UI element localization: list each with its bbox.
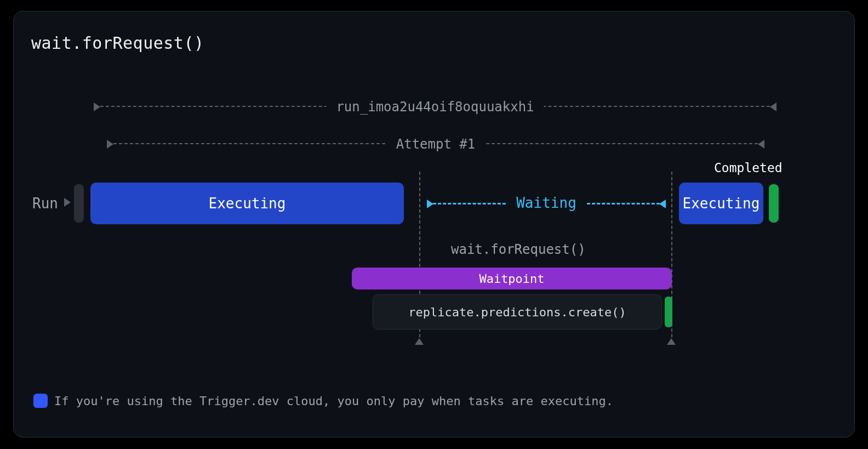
- arrow-left-icon: [770, 103, 776, 111]
- phase-label: Waiting: [506, 195, 586, 211]
- phase-label: Executing: [683, 195, 760, 212]
- arrow-right-icon: [427, 200, 433, 208]
- rpc-done-marker: [665, 297, 672, 327]
- run-end-marker: [769, 184, 779, 223]
- waitpoint-bar: Waitpoint: [352, 268, 672, 289]
- arrow-right-icon: [94, 103, 100, 111]
- phase-executing-1: Executing: [90, 183, 404, 224]
- rpc-box: replicate.predictions.create(): [373, 294, 662, 329]
- run-id-label: run_imoa2u44oif8oquuakxhi: [326, 99, 544, 115]
- info-swatch: [33, 394, 48, 408]
- arrow-up-icon: [415, 338, 424, 345]
- phase-executing-2: Executing: [679, 183, 763, 224]
- footer-note: If you're using the Trigger.dev cloud, y…: [54, 394, 613, 408]
- arrow-left-icon: [758, 140, 764, 149]
- wait-call-label: wait.forRequest(): [451, 242, 586, 257]
- arrow-left-icon: [659, 200, 666, 208]
- arrow-right-icon: [107, 140, 113, 149]
- row-arrow-icon: [64, 198, 71, 207]
- diagram-panel: wait.forRequest() run_imoa2u44oif8oquuak…: [13, 11, 855, 437]
- completed-label: Completed: [714, 161, 783, 175]
- run-start-marker: [74, 184, 84, 223]
- waitpoint-label: Waitpoint: [479, 272, 544, 286]
- phase-waiting: Waiting: [428, 203, 665, 204]
- attempt-label: Attempt #1: [386, 137, 486, 152]
- row-label: Run: [32, 195, 58, 212]
- phase-label: Executing: [209, 195, 286, 212]
- run-id-rule: run_imoa2u44oif8oquuakxhi: [95, 106, 775, 107]
- arrow-up-icon: [667, 338, 676, 345]
- attempt-rule: Attempt #1: [108, 143, 763, 144]
- page-title: wait.forRequest(): [31, 33, 204, 53]
- rpc-label: replicate.predictions.create(): [408, 305, 626, 319]
